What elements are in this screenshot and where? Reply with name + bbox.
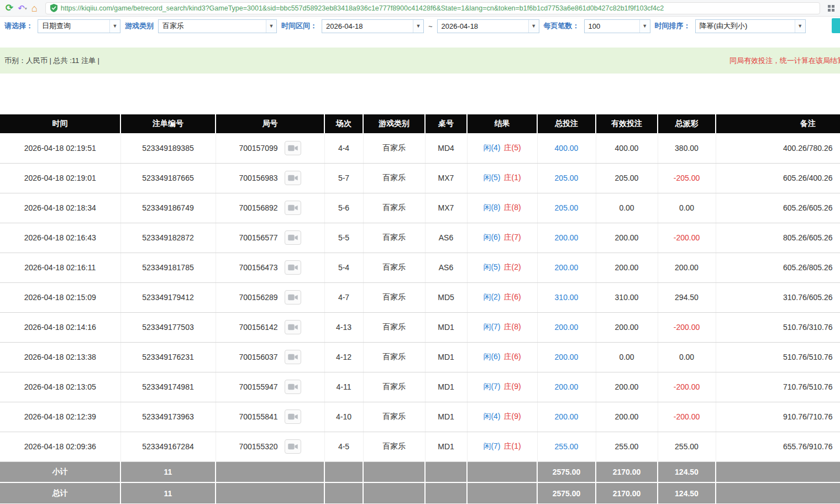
replay-icon[interactable] xyxy=(285,230,301,245)
cell-total-bet: 200.00 xyxy=(537,253,596,282)
result-player: 闲(4) xyxy=(483,412,500,421)
cell-session: 4-11 xyxy=(324,372,363,402)
chevron-down-icon[interactable]: ▼ xyxy=(639,20,650,33)
cell-valid-bet: 200.00 xyxy=(596,372,658,402)
cell-note: 310.76/605.26 xyxy=(716,282,840,312)
cell-round: 700155841 xyxy=(216,402,324,432)
cell-bet-id: 523349167284 xyxy=(120,432,216,461)
cell-game: 百家乐 xyxy=(363,133,425,163)
replay-icon[interactable] xyxy=(285,320,301,334)
cell-session: 4-7 xyxy=(324,282,363,312)
cell-round: 700155947 xyxy=(216,372,324,402)
cell-total-bet: 205.00 xyxy=(537,193,596,223)
column-header: 注单编号 xyxy=(120,114,216,133)
cell-result: 闲(7)庄(9) xyxy=(467,372,537,402)
chevron-down-icon[interactable]: ▼ xyxy=(528,20,539,33)
round-number: 700156473 xyxy=(239,263,277,272)
table-footer: 小计 11 2575.00 2170.00 124.50 总计 11 2575.… xyxy=(0,461,840,503)
cell-total-bet: 2575.00 xyxy=(537,482,596,503)
cell-valid-bet: 0.00 xyxy=(596,342,658,372)
chevron-down-icon[interactable]: ▼ xyxy=(413,20,423,33)
page-size-dropdown[interactable]: 100 ▼ xyxy=(584,19,650,33)
round-number: 700155841 xyxy=(239,412,277,421)
result-player: 闲(7) xyxy=(483,382,500,391)
result-player: 闲(7) xyxy=(483,442,500,450)
tilde-separator: ~ xyxy=(428,22,433,30)
column-header: 时间 xyxy=(0,114,120,133)
table-header-row: 时间注单编号局号场次游戏类别桌号结果总投注有效投注总派彩备注 xyxy=(0,114,840,133)
replay-icon[interactable] xyxy=(285,260,301,275)
page-size-label: 每页笔数： xyxy=(544,21,580,31)
round-number: 700156892 xyxy=(239,203,277,212)
replay-icon[interactable] xyxy=(285,380,301,394)
column-header: 总投注 xyxy=(537,114,596,133)
cell-payout: 380.00 xyxy=(658,133,716,163)
chevron-down-icon[interactable]: ▼ xyxy=(795,20,805,33)
column-header: 备注 xyxy=(716,114,840,133)
undo-icon[interactable]: ↶▾ xyxy=(18,4,27,12)
summary-row: 总计 11 2575.00 2170.00 124.50 xyxy=(0,482,840,503)
chevron-down-icon[interactable]: ▾ xyxy=(25,6,27,11)
cell-table: AS6 xyxy=(425,253,467,282)
cell-time: 2026-04-18 02:09:36 xyxy=(0,432,120,461)
cell-count: 11 xyxy=(120,482,216,503)
result-player: 闲(5) xyxy=(483,173,500,182)
sort-label: 时间排序： xyxy=(655,21,691,31)
chevron-down-icon[interactable]: ▼ xyxy=(266,20,276,33)
cell-game: 百家乐 xyxy=(363,402,425,432)
refresh-icon[interactable]: ⟳ xyxy=(6,3,13,13)
cell-session: 5-6 xyxy=(324,193,363,223)
table-row: 2026-04-18 02:13:05 523349174981 7001559… xyxy=(0,372,840,402)
cell-note: 605.26/805.26 xyxy=(716,253,840,282)
cell-session: 5-4 xyxy=(324,253,363,282)
cell-payout: 124.50 xyxy=(658,461,716,482)
address-bar[interactable]: https://kiqiiu.com/game/betrecord_search… xyxy=(45,2,820,14)
replay-icon[interactable] xyxy=(285,201,301,215)
replay-icon[interactable] xyxy=(285,350,301,364)
cell-result: 闲(2)庄(6) xyxy=(467,282,537,312)
cell-game: 百家乐 xyxy=(363,342,425,372)
date-from-value: 2026-04-18 xyxy=(322,20,413,33)
replay-icon[interactable] xyxy=(285,141,301,155)
cell-bet-id: 523349181785 xyxy=(120,253,216,282)
cell-total-bet: 200.00 xyxy=(537,223,596,253)
cell-note: 910.76/710.76 xyxy=(716,402,840,432)
cell-round: 700157099 xyxy=(216,133,324,163)
cell-result: 闲(6)庄(6) xyxy=(467,342,537,372)
security-shield-icon xyxy=(50,4,57,12)
cell-round: 700156577 xyxy=(216,223,324,253)
select-label: 请选择： xyxy=(4,21,33,31)
date-to-dropdown[interactable]: 2026-04-18 ▼ xyxy=(437,19,539,33)
cell-result: 闲(4)庄(5) xyxy=(467,133,537,163)
cell-round: 700156892 xyxy=(216,193,324,223)
cell-valid-bet: 200.00 xyxy=(596,253,658,282)
cell-result: 闲(4)庄(9) xyxy=(467,402,537,432)
cell-session: 5-7 xyxy=(324,163,363,193)
cell-time: 2026-04-18 02:14:16 xyxy=(0,312,120,342)
summary-currency-count: 币别：人民币 | 总共 :11 注单 | xyxy=(4,56,99,66)
sort-dropdown[interactable]: 降幂(由大到小) ▼ xyxy=(695,19,806,33)
cell-table: MX7 xyxy=(425,163,467,193)
game-type-dropdown[interactable]: 百家乐 ▼ xyxy=(158,19,277,33)
search-button[interactable]: 查询 xyxy=(832,18,840,33)
query-type-dropdown[interactable]: 日期查询 ▼ xyxy=(38,19,120,33)
chevron-down-icon[interactable]: ▼ xyxy=(109,20,120,33)
replay-icon[interactable] xyxy=(285,410,301,424)
summary-row: 小计 11 2575.00 2170.00 124.50 xyxy=(0,461,840,482)
cell-note: 605.26/605.26 xyxy=(716,193,840,223)
replay-icon[interactable] xyxy=(285,290,301,305)
summary-bar: 币别：人民币 | 总共 :11 注单 | 同局有效投注，统一计算在该局结算 xyxy=(0,48,840,74)
apps-grid-icon[interactable] xyxy=(828,5,834,12)
replay-icon[interactable] xyxy=(285,171,301,185)
cell-table: MD4 xyxy=(425,133,467,163)
cell-table: MD5 xyxy=(425,282,467,312)
cell-note: 510.76/510.76 xyxy=(716,342,840,372)
home-icon[interactable]: ⌂ xyxy=(32,3,38,13)
column-header: 总派彩 xyxy=(658,114,716,133)
result-banker: 庄(9) xyxy=(504,382,521,391)
cell-payout: -200.00 xyxy=(658,402,716,432)
replay-icon[interactable] xyxy=(285,439,301,454)
cell-payout: 255.00 xyxy=(658,432,716,461)
date-from-dropdown[interactable]: 2026-04-18 ▼ xyxy=(322,19,424,33)
cell-payout: -200.00 xyxy=(658,223,716,253)
